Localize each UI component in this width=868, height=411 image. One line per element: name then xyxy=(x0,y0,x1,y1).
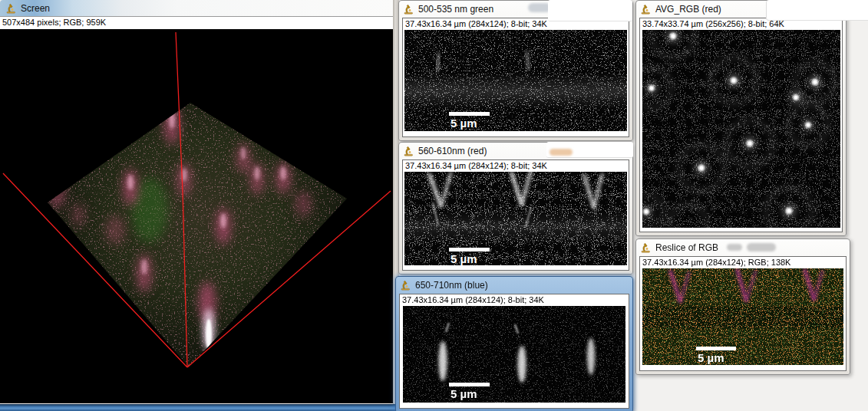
blurred-region xyxy=(727,244,742,251)
avg-rgb-window[interactable]: AVG_RGB (red) 33.74x33.74 µm (256x256); … xyxy=(635,0,847,236)
blue-channel-infobar: 37.43x16.34 µm (284x124); 8-bit; 34K xyxy=(400,294,629,306)
avg-rgb-title: AVG_RGB (red) xyxy=(655,4,721,15)
blurred-region xyxy=(548,0,632,21)
microscope-icon xyxy=(641,4,651,15)
svg-text:5 µm: 5 µm xyxy=(451,387,477,400)
red-channel-image[interactable]: 5 µm xyxy=(404,172,627,265)
red-channel-infobar: 37.43x16.34 µm (284x124); 8-bit; 34K xyxy=(403,160,629,172)
blurred-region xyxy=(550,149,573,156)
microscope-icon xyxy=(641,242,651,253)
green-channel-title: 500-535 nm green xyxy=(418,4,493,15)
svg-text:5 µm: 5 µm xyxy=(451,117,477,130)
avg-rgb-image[interactable] xyxy=(642,30,840,228)
reslice-image[interactable]: 5 µm xyxy=(642,268,843,365)
reslice-title: Reslice of RGB xyxy=(655,242,718,253)
blue-channel-title: 650-710nm (blue) xyxy=(415,280,488,291)
blue-channel-image[interactable]: 5 µm xyxy=(403,306,625,403)
screen-title: Screen xyxy=(21,3,50,14)
blurred-region xyxy=(747,243,776,252)
screen-titlebar[interactable]: Screen xyxy=(0,0,399,17)
green-channel-image[interactable]: 5 µm xyxy=(404,30,627,131)
reslice-infobar: 37.43x16.34 µm (284x124); RGB; 138K xyxy=(640,257,846,268)
svg-text:5 µm: 5 µm xyxy=(698,351,724,364)
blue-channel-titlebar[interactable]: 650-710nm (blue) xyxy=(396,277,632,294)
microscope-icon xyxy=(404,4,414,15)
screen-3d-canvas[interactable] xyxy=(0,29,393,403)
red-channel-title: 560-610nm (red) xyxy=(418,146,487,156)
microscope-icon xyxy=(6,3,16,14)
reslice-window[interactable]: Reslice of RGB 37.43x16.34 µm (284x124);… xyxy=(635,238,850,375)
red-channel-window[interactable]: 560-610nm (red) 37.43x16.34 µm (284x124)… xyxy=(398,142,633,275)
desktop: Screen 507x484 pixels; RGB; 959K xyxy=(0,0,868,411)
screen-window[interactable]: Screen 507x484 pixels; RGB; 959K xyxy=(0,0,399,404)
svg-text:5 µm: 5 µm xyxy=(451,252,477,265)
microscope-icon xyxy=(401,280,411,291)
microscope-icon xyxy=(404,146,414,156)
reslice-titlebar[interactable]: Reslice of RGB xyxy=(636,239,850,256)
active-window-bottom-edge xyxy=(0,404,401,411)
blue-channel-window[interactable]: 650-710nm (blue) 37.43x16.34 µm (284x124… xyxy=(395,276,633,411)
screen-infobar: 507x484 pixels; RGB; 959K xyxy=(0,17,393,29)
blurred-region xyxy=(766,0,868,21)
